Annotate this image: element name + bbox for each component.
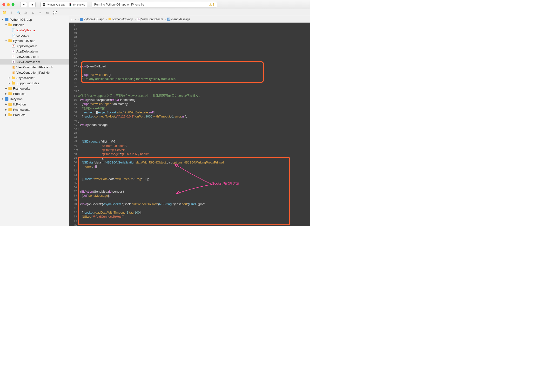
warning-badge[interactable]: ⚠ 1 <box>209 3 214 6</box>
debug-navigator-icon[interactable]: ≡ <box>38 10 42 15</box>
tree-label: ViewController_iPhone.xib <box>16 65 53 69</box>
tree-label: Python-iOS-app <box>13 39 35 43</box>
tree-row[interactable]: hViewController.h <box>0 54 69 59</box>
tree-row[interactable]: ▼libPython <box>0 96 69 102</box>
tree-row[interactable]: ◧ViewController_iPhone.xib <box>0 65 69 70</box>
tree-row[interactable]: ▼Python-iOS-app <box>0 17 69 22</box>
tree-label: Products <box>13 92 25 96</box>
phone-icon: 📱 <box>69 3 72 6</box>
status-text: Running Python-iOS-app on iPhone 6s <box>94 3 144 6</box>
scheme-selector[interactable]: 🅰 Python-iOS-app › 📱 iPhone 6s <box>40 2 87 7</box>
tree-label: Products <box>13 113 25 117</box>
tree-row[interactable]: 📄liblibPython.a <box>0 27 69 33</box>
scheme-label: Python-iOS-app <box>47 3 65 6</box>
test-navigator-icon[interactable]: ◇ <box>31 10 35 15</box>
tree-row[interactable]: ▶AsyncSocket <box>0 75 69 80</box>
activity-status[interactable]: Running Python-iOS-app on iPhone 6s ⚠ 1 <box>92 2 217 7</box>
navigator-tabs: 📁 ⦙⦙ 🔍 ⚠ ◇ ≡ ▭ 💬 <box>0 9 310 16</box>
line-gutter[interactable]: 1718192021222324252627282930313233343536… <box>69 23 78 226</box>
jumpbar-project[interactable]: Python-iOS-app <box>80 18 107 21</box>
source-text[interactable]: Socket的代理方法 - (void)viewDidLoad{ [super … <box>78 23 310 226</box>
breakpoint-marker-icon[interactable] <box>76 149 78 150</box>
symbol-navigator-icon[interactable]: ⦙⦙ <box>9 10 13 15</box>
tree-label: AsyncSocket <box>16 76 34 80</box>
tree-label: libPython <box>13 103 26 106</box>
jump-bar[interactable]: ⚏ ‹ › Python-iOS-app Python-iOS-app mVie… <box>69 16 310 23</box>
tree-label: server.py <box>16 34 29 37</box>
tree-label: ViewController.m <box>16 60 40 64</box>
editor-pane: ⚏ ‹ › Python-iOS-app Python-iOS-app mVie… <box>69 16 310 226</box>
tree-label: ViewController.h <box>16 55 39 59</box>
tree-label: AppDelegate.m <box>16 50 38 53</box>
project-navigator[interactable]: ▼Python-iOS-app▼Bundles📄liblibPython.a📄s… <box>0 16 69 226</box>
tree-row[interactable]: ◧ViewController_iPad.xib <box>0 70 69 75</box>
tree-row[interactable]: ▶Supporting Files <box>0 80 69 86</box>
jumpbar-file[interactable]: mViewController.m <box>137 18 166 21</box>
tree-label: AppDelegate.h <box>16 44 37 48</box>
tree-label: Python-iOS-app <box>10 18 32 21</box>
related-items-icon[interactable]: ⚏ <box>71 18 74 21</box>
project-navigator-icon[interactable]: 📁 <box>2 10 6 15</box>
tree-row[interactable]: mViewController.m <box>0 59 69 65</box>
minimize-window-icon[interactable] <box>7 3 10 6</box>
stop-button[interactable]: ■ <box>29 2 36 7</box>
tree-label: ViewController_iPad.xib <box>16 71 50 74</box>
window-controls <box>2 3 14 6</box>
tree-row[interactable]: ▶Products <box>0 91 69 96</box>
device-label: iPhone 6s <box>73 3 85 6</box>
tree-label: liblibPython.a <box>16 28 35 32</box>
tree-row[interactable]: ▶Frameworks <box>0 107 69 112</box>
tree-row[interactable]: ▶libPython <box>0 102 69 107</box>
tree-row[interactable]: ▶Products <box>0 112 69 118</box>
close-window-icon[interactable] <box>2 3 5 6</box>
search-navigator-icon[interactable]: 🔍 <box>16 10 21 15</box>
code-editor[interactable]: 1718192021222324252627282930313233343536… <box>69 23 310 226</box>
tree-row[interactable]: hAppDelegate.h <box>0 43 69 49</box>
main-toolbar: ▶ ■ 🅰 Python-iOS-app › 📱 iPhone 6s Runni… <box>0 0 310 9</box>
report-navigator-icon[interactable]: 💬 <box>53 10 57 15</box>
tree-row[interactable]: ▼Bundles <box>0 22 69 27</box>
back-button-icon[interactable]: ‹ <box>75 18 76 21</box>
tree-label: Frameworks <box>13 108 30 111</box>
jumpbar-group[interactable]: Python-iOS-app <box>108 18 135 21</box>
issue-navigator-icon[interactable]: ⚠ <box>24 10 28 15</box>
app-icon: 🅰 <box>43 3 45 6</box>
run-button[interactable]: ▶ <box>20 2 27 7</box>
tree-row[interactable]: 📄server.py <box>0 33 69 38</box>
jumpbar-method[interactable]: M-sendMessage <box>167 18 192 21</box>
breakpoint-navigator-icon[interactable]: ▭ <box>45 10 50 15</box>
zoom-window-icon[interactable] <box>12 3 14 6</box>
tree-label: Supporting Files <box>16 81 39 85</box>
forward-button-icon[interactable]: › <box>78 18 79 21</box>
tree-row[interactable]: ▶Frameworks <box>0 86 69 91</box>
tree-label: libPython <box>10 97 22 101</box>
tree-label: Frameworks <box>13 87 30 90</box>
annotation-text: Socket的代理方法 <box>212 182 239 186</box>
tree-label: Bundles <box>13 23 24 27</box>
tree-row[interactable]: ▼Python-iOS-app <box>0 38 69 43</box>
tree-row[interactable]: mAppDelegate.m <box>0 49 69 54</box>
